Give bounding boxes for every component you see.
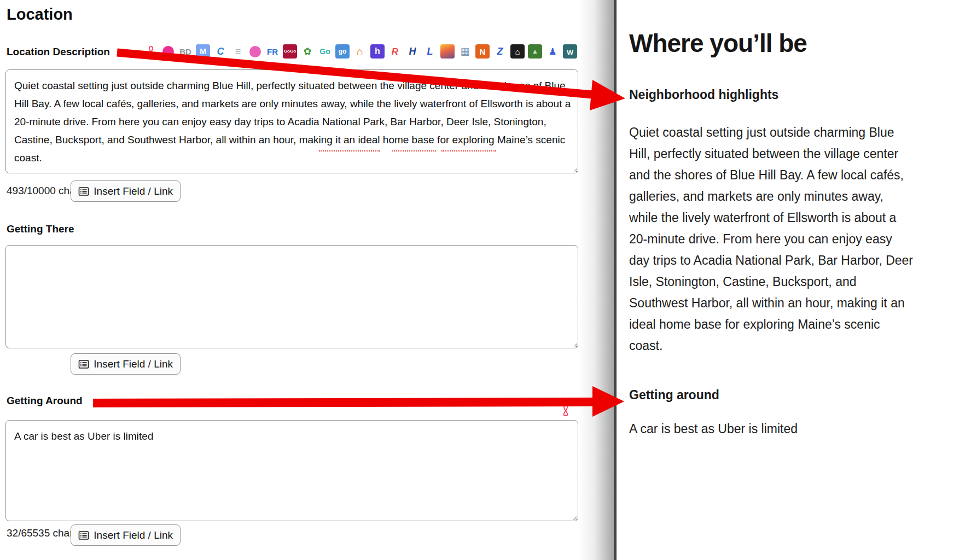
fr-channel-icon: FR: [265, 44, 280, 59]
channel-icon-row: BDMC≡FRGoGo✿Gogo⌂hRHL▦NZ⌂▲♟w: [144, 44, 577, 59]
whimstay-channel-icon: w: [563, 44, 577, 59]
listing-editor-panel: Location Location Description BDMC≡FRGoG…: [0, 0, 579, 560]
airbnb-icon: [144, 44, 158, 59]
go-rings-channel-icon: Go: [318, 44, 332, 59]
getting-around-text: A car is best as Uber is limited: [629, 418, 915, 440]
l-script-channel-icon: L: [423, 44, 437, 59]
getting-around-textarea[interactable]: A car is best as Uber is limited: [5, 420, 578, 521]
airbnb-preview-panel: Where you’ll be Neighborhood highlights …: [617, 0, 971, 560]
panel-divider: [579, 0, 617, 560]
getting-there-textarea[interactable]: [5, 245, 578, 348]
page-title: Location: [7, 5, 73, 24]
cat-channel-icon: M: [196, 44, 210, 59]
photo-channel-icon: [440, 44, 455, 59]
list-icon: [78, 359, 89, 370]
leaf-channel-icon: ✿: [300, 44, 315, 59]
insert-field-link-button[interactable]: Insert Field / Link: [71, 524, 181, 546]
house-pin-channel-icon: ⌂: [510, 44, 525, 59]
bd-channel-icon: BD: [178, 44, 193, 59]
insert-field-link-button[interactable]: Insert Field / Link: [71, 180, 181, 202]
rabbit-channel-icon: R: [388, 44, 402, 59]
airbnb-icon: [559, 403, 573, 417]
list-icon: [78, 186, 89, 197]
getting-there-label: Getting There: [7, 223, 74, 235]
h-italic-channel-icon: H: [405, 44, 420, 59]
c-wave-channel-icon: C: [213, 44, 228, 59]
bridge-channel-icon: ▦: [458, 44, 472, 59]
preview-title: Where you’ll be: [629, 28, 807, 58]
insert-field-link-label: Insert Field / Link: [94, 358, 173, 370]
h-square-channel-icon: h: [370, 44, 385, 59]
z-channel-icon: Z: [493, 44, 507, 59]
lines-channel-icon: ≡: [231, 44, 245, 59]
house-outline-channel-icon: ⌂: [353, 44, 367, 59]
gogo-channel-icon: GoGo: [283, 44, 297, 59]
n-square-channel-icon: N: [475, 44, 490, 59]
neighborhood-highlights-heading: Neighborhood highlights: [629, 88, 778, 102]
person-pin-channel-icon: ♟: [545, 44, 560, 59]
smoky-mountains-channel-icon: ▲: [528, 44, 542, 59]
pink-circle-channel-icon: [162, 46, 174, 57]
balloon-channel-icon: [249, 46, 261, 57]
neighborhood-highlights-text: Quiet coastal setting just outside charm…: [629, 122, 915, 357]
insert-field-link-label: Insert Field / Link: [94, 529, 173, 541]
go-square-channel-icon: go: [335, 44, 350, 59]
insert-field-link-button[interactable]: Insert Field / Link: [71, 353, 181, 375]
getting-around-heading: Getting around: [629, 388, 719, 402]
insert-field-link-label: Insert Field / Link: [94, 185, 173, 197]
location-description-label: Location Description: [7, 46, 110, 58]
getting-around-label: Getting Around: [7, 395, 83, 407]
location-description-textarea[interactable]: Quiet coastal setting just outside charm…: [5, 69, 578, 173]
getting-around-channel-icon: [559, 403, 573, 417]
list-icon: [78, 530, 89, 541]
